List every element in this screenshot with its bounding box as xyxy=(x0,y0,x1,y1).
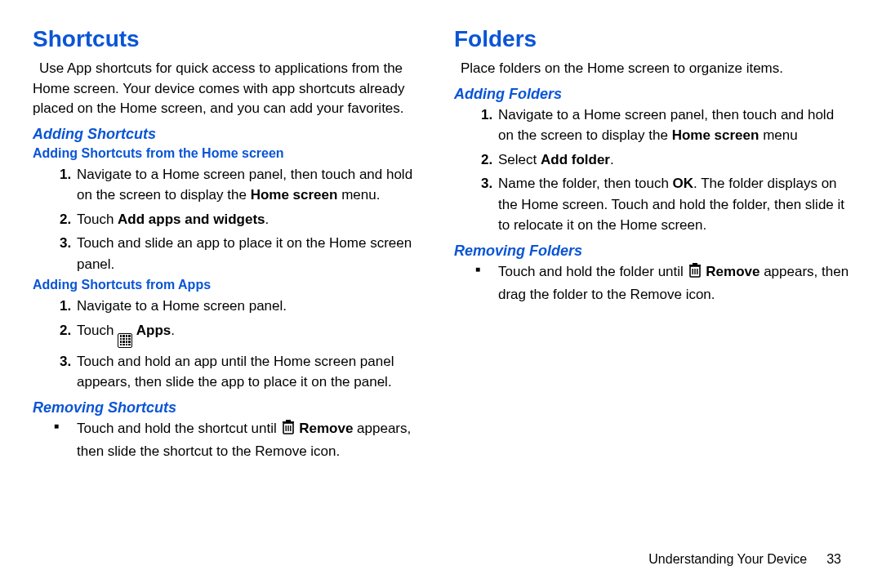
text: Touch and hold the folder until xyxy=(498,264,688,279)
text: Touch xyxy=(77,212,118,227)
heading-adding-shortcuts-home: Adding Shortcuts from the Home screen xyxy=(33,146,428,161)
heading-adding-folders: Adding Folders xyxy=(454,86,849,103)
heading-folders: Folders xyxy=(454,26,849,52)
svg-rect-4 xyxy=(283,421,294,423)
svg-rect-10 xyxy=(689,265,701,266)
text: Touch and hold the shortcut until xyxy=(77,421,281,436)
right-column: Folders Place folders on the Home screen… xyxy=(441,26,849,572)
bold-text: Apps xyxy=(136,323,172,338)
svg-rect-11 xyxy=(693,263,697,265)
bold-text: Add folder xyxy=(541,152,610,167)
list-item: Touch and slide an app to place it on th… xyxy=(75,233,428,274)
page-footer: Understanding Your Device33 xyxy=(648,552,841,567)
text: Touch xyxy=(77,323,118,338)
heading-shortcuts: Shortcuts xyxy=(33,26,428,52)
page-number: 33 xyxy=(826,552,841,566)
text: menu. xyxy=(337,187,380,203)
left-column: Shortcuts Use App shortcuts for quick ac… xyxy=(33,26,441,572)
heading-removing-shortcuts: Removing Shortcuts xyxy=(33,399,428,416)
page: Shortcuts Use App shortcuts for quick ac… xyxy=(0,0,882,588)
heading-adding-shortcuts: Adding Shortcuts xyxy=(33,126,428,143)
list-removing-folders: Touch and hold the folder until Remove a… xyxy=(454,261,849,305)
list-item: Select Add folder. xyxy=(497,149,849,171)
list-item: Navigate to a Home screen panel, then to… xyxy=(497,105,849,146)
list-item: Name the folder, then touch OK. The fold… xyxy=(497,173,849,236)
trash-icon xyxy=(688,262,702,285)
bold-text: Add apps and widgets xyxy=(118,212,265,227)
text: . xyxy=(265,212,270,227)
list-item: Navigate to a Home screen panel, then to… xyxy=(75,164,428,206)
bold-text: OK xyxy=(673,176,694,191)
apps-grid-icon xyxy=(118,333,132,348)
list-removing-shortcuts: Touch and hold the shortcut until Remove… xyxy=(33,418,428,462)
bold-text: Remove xyxy=(706,264,760,279)
list-adding-shortcuts-home: Navigate to a Home screen panel, then to… xyxy=(33,164,428,275)
text: Name the folder, then touch xyxy=(498,176,673,191)
bold-text: Remove xyxy=(299,421,353,436)
text: Select xyxy=(498,152,541,167)
heading-adding-shortcuts-apps: Adding Shortcuts from Apps xyxy=(33,278,428,292)
text: menu xyxy=(759,127,797,143)
list-item: Touch Add apps and widgets. xyxy=(75,209,428,230)
list-item: Touch and hold the shortcut until Remove… xyxy=(75,418,428,462)
trash-icon xyxy=(281,419,296,442)
list-item: Touch and hold an app until the Home scr… xyxy=(75,351,428,393)
shortcuts-intro: Use App shortcuts for quick access to ap… xyxy=(33,59,428,119)
list-adding-shortcuts-apps: Navigate to a Home screen panel. Touch A… xyxy=(33,296,428,393)
footer-section: Understanding Your Device xyxy=(648,552,807,566)
bold-text: Home screen xyxy=(251,187,338,203)
folders-intro: Place folders on the Home screen to orga… xyxy=(454,59,849,79)
text: . xyxy=(171,323,175,338)
list-adding-folders: Navigate to a Home screen panel, then to… xyxy=(454,105,849,236)
text: . xyxy=(610,152,614,167)
list-item: Navigate to a Home screen panel. xyxy=(75,296,428,317)
svg-rect-5 xyxy=(286,420,291,421)
bold-text: Home screen xyxy=(672,127,760,143)
heading-removing-folders: Removing Folders xyxy=(454,243,849,260)
list-item: Touch and hold the folder until Remove a… xyxy=(497,261,849,305)
list-item: Touch Apps. xyxy=(75,320,428,348)
